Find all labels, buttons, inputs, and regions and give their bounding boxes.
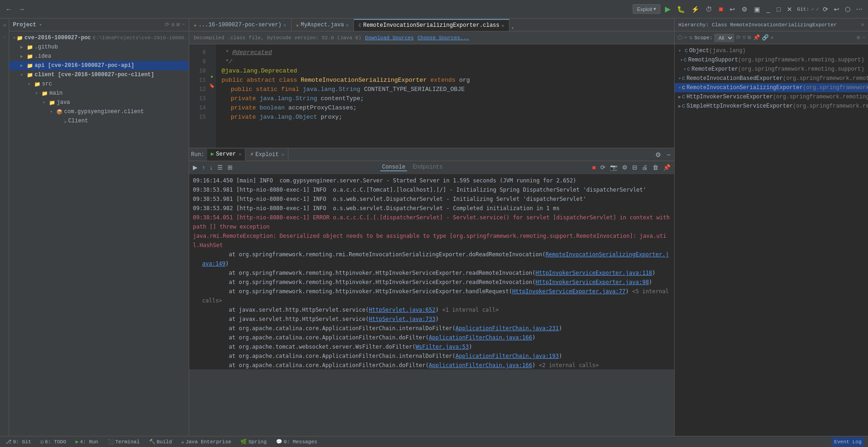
run-settings-btn[interactable]: ⚙ [653, 150, 663, 159]
run-layout-btn[interactable]: ⊟ [630, 163, 639, 172]
close-panel-icon[interactable]: − [182, 21, 185, 28]
tree-item-pkg[interactable]: ▾ 📦 com.gypsyengineer.client [9, 107, 189, 116]
log-link-8[interactable]: HttpInvokerServiceExporter.java:118 [535, 270, 652, 276]
run-stop-btn[interactable]: ■ [590, 163, 598, 172]
sync-icon[interactable]: ⟳ [165, 21, 169, 28]
tree-item-client[interactable]: ▾ 📁 client [cve-2016-1000027-poc-client] [9, 70, 189, 79]
download-sources-link[interactable]: Download Sources [365, 35, 414, 41]
settings-button[interactable]: ⚙ [740, 5, 749, 14]
layout-icon[interactable]: ⊞ [177, 21, 180, 28]
h-item-ribe[interactable]: ▾ C RemoteInvocationBasedExporter (org.s… [675, 74, 868, 83]
h-icon-1[interactable]: ⬡ [677, 34, 682, 41]
run-list2-btn[interactable]: ⊞ [226, 163, 234, 172]
choose-sources-link[interactable]: Choose Sources... [418, 35, 469, 41]
h-icon-3[interactable]: ⇅ [689, 34, 692, 41]
tree-item-java-folder[interactable]: ▾ 📁 java [9, 98, 189, 107]
tree-root-item[interactable]: ▾ 📁 cve-2016-1000027-poc E:\IdeaProjects… [9, 33, 189, 42]
h-minimize-icon[interactable]: − [862, 35, 865, 41]
tab-dropdown-icon[interactable]: ▾ [511, 25, 515, 31]
run-button[interactable]: ▶ [663, 4, 672, 14]
h-settings-icon[interactable]: ⚙ [857, 34, 860, 41]
log-link-15[interactable]: WsFilter.java:53 [415, 344, 469, 350]
h-filter-icon[interactable]: ▽ [742, 34, 746, 41]
tree-item-src[interactable]: ▾ 📁 src [9, 79, 189, 89]
status-build[interactable]: 🔨 Build [147, 439, 174, 445]
run-snapshot-btn[interactable]: 📷 [608, 163, 619, 172]
status-run[interactable]: ▶ 4: Run [73, 439, 100, 445]
stop-button[interactable]: ■ [717, 4, 725, 14]
h-link-icon[interactable]: 🔗 [762, 34, 769, 41]
h-refresh-icon[interactable]: ⟳ [736, 34, 741, 41]
log-link-11[interactable]: HttpServlet.java:652 [369, 307, 436, 313]
endpoints-tab[interactable]: Endpoints [411, 164, 444, 171]
git-more-button[interactable]: ⋯ [854, 5, 864, 14]
h-item-hise[interactable]: ▶ C HttpInvokerServiceExporter (org.spri… [675, 92, 868, 102]
tab-server-close[interactable]: ✕ [283, 22, 287, 28]
run-gear-btn[interactable]: ⚙ [620, 163, 629, 172]
tab-remote-close[interactable]: ✕ [501, 23, 504, 29]
coverage-button[interactable]: ⚡ [689, 5, 701, 14]
log-link-16[interactable]: ApplicationFilterChain.java:193 [455, 353, 559, 359]
tree-item-github[interactable]: ▶ 📁 .github [9, 42, 189, 52]
log-link-9[interactable]: HttpInvokerServiceExporter.java:98 [535, 279, 649, 285]
settings-icon[interactable]: ⚙ [171, 21, 174, 28]
run-minimize-btn[interactable]: − [665, 150, 672, 159]
log-link-17[interactable]: ApplicationFilterChain.java:166 [429, 362, 532, 368]
h-expand-icon[interactable]: ⊞ [748, 34, 751, 41]
log-link-14[interactable]: ApplicationFilterChain.java:166 [429, 334, 532, 341]
git-refresh-button[interactable]: ⟳ [821, 5, 830, 14]
console-tab[interactable]: Console [380, 164, 407, 171]
run-print-btn[interactable]: 🖨 [640, 163, 650, 172]
h-close-icon[interactable]: ✕ [771, 34, 774, 41]
back-button[interactable]: ← [4, 5, 14, 14]
debug-button[interactable]: 🐛 [675, 5, 687, 14]
h-icon-2[interactable]: ✂ [684, 34, 687, 41]
h-item-remote-exporter[interactable]: ▾ C RemoteExporter (org.springframework.… [675, 65, 868, 74]
run-tab-server-close[interactable]: ✕ [239, 151, 241, 157]
undo-button[interactable]: ↩ [728, 5, 737, 14]
run-pin-btn[interactable]: 📌 [661, 163, 672, 172]
hierarchy-close-icon[interactable]: ✕ [861, 21, 864, 28]
event-log-button[interactable]: Event Log [832, 437, 864, 447]
log-link-7[interactable]: RemoteInvocationSerializingExporter.java… [202, 251, 669, 267]
scope-select[interactable]: All [714, 34, 734, 42]
exploit-dropdown-button[interactable]: Exploit ▾ [633, 4, 660, 14]
tab-remote-exporter[interactable]: C RemoteInvocationSerializingExporter.cl… [354, 19, 509, 31]
log-link-10[interactable]: HttpInvokerServiceExporter.java:77 [512, 288, 626, 295]
run-trash-btn[interactable]: 🗑 [651, 163, 660, 172]
log-link-12[interactable]: HttpServlet.java:733 [369, 316, 436, 322]
run-content[interactable]: 09:16:14.450 [main] INFO com.gypsyengine… [189, 174, 674, 369]
favorites-icon[interactable]: ☆ [1, 32, 8, 41]
run-tab-exploit[interactable]: ⚡ Exploit ✕ [246, 149, 288, 161]
status-messages[interactable]: 💬 0: Messages [274, 439, 319, 445]
run-play-btn[interactable]: ▶ [191, 163, 199, 172]
status-terminal[interactable]: ⬛ Terminal [106, 439, 142, 445]
status-git[interactable]: ⎇ 9: Git [4, 439, 33, 445]
code-content[interactable]: * @deprecated */ @java.lang.Deprecated p… [216, 44, 674, 148]
status-java-enterprise[interactable]: ☕ Java Enterprise [180, 439, 233, 445]
git-undo-button[interactable]: ↩ [832, 5, 841, 14]
window-settings-button[interactable]: ▣ [752, 5, 762, 14]
h-item-object[interactable]: ▾ C Object (java.lang) [675, 46, 868, 55]
status-todo[interactable]: ☑ 6: TODO [39, 439, 68, 445]
tree-item-main[interactable]: ▾ 📁 main [9, 89, 189, 98]
status-spring[interactable]: 🌿 Spring [239, 439, 269, 445]
run-rerun-btn[interactable]: ⟳ [599, 163, 607, 172]
tab-server[interactable]: ☕ ...16-1000027-poc-server) ✕ [189, 19, 292, 31]
h-pin-icon[interactable]: 📌 [753, 34, 760, 41]
run-up-btn[interactable]: ↑ [200, 163, 207, 172]
run-down-btn[interactable]: ↓ [208, 163, 215, 172]
tree-item-api[interactable]: ▶ 📁 api [cve-2016-1000027-poc-api] [9, 61, 189, 70]
maximize-button[interactable]: □ [775, 5, 782, 14]
structure-icon[interactable]: ≡ [1, 22, 8, 29]
run-tab-exploit-close[interactable]: ✕ [281, 152, 284, 157]
tree-item-idea[interactable]: ▶ 📁 .idea [9, 52, 189, 61]
h-item-remoting-support[interactable]: ▾ C RemotingSupport (org.springframework… [675, 55, 868, 65]
forward-button[interactable]: → [17, 5, 27, 14]
tree-item-client-class[interactable]: ▶ ☕ Client [9, 116, 189, 126]
profile-button[interactable]: ⏱ [704, 5, 714, 14]
run-tab-server[interactable]: ▶ Server ✕ [207, 149, 245, 161]
h-item-shise[interactable]: ▶ C SimpleHttpInvokerServiceExporter (or… [675, 102, 868, 111]
h-item-rise[interactable]: ▾ C RemoteInvocationSerializingExporter … [675, 83, 868, 92]
tab-myaspect[interactable]: ☕ MyAspect.java ✕ [292, 19, 354, 31]
